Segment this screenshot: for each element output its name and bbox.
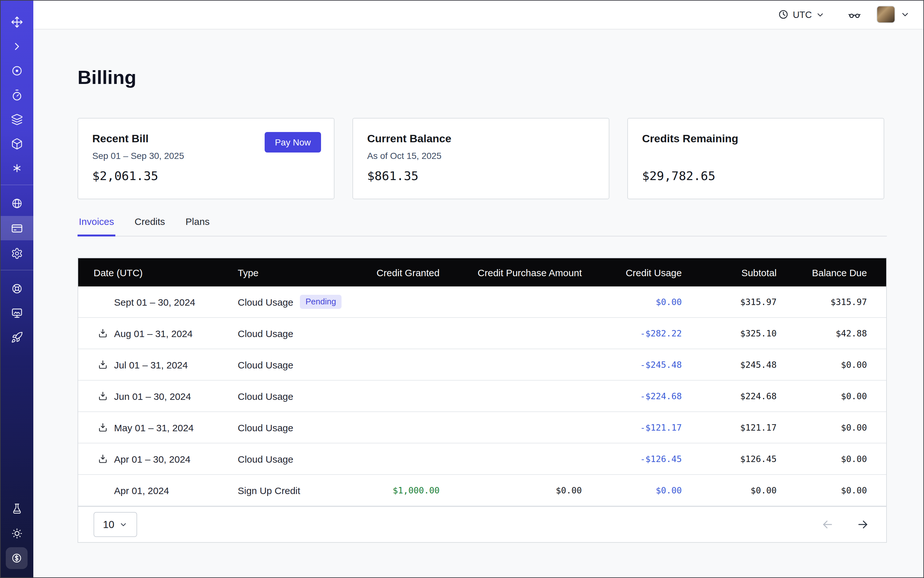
theme-toggle[interactable] (0, 521, 33, 545)
table-row: Aug 01 – 31, 2024 Cloud Usage -$282.22 $… (78, 318, 886, 349)
balance-due: $0.00 (793, 485, 886, 495)
arrow-left-icon (821, 518, 834, 531)
sidebar-item-instances[interactable] (0, 59, 33, 82)
col-date: Date (UTC) (78, 267, 222, 278)
sidebar-divider (0, 270, 33, 270)
table-row: May 01 – 31, 2024 Cloud Usage -$121.17 $… (78, 412, 886, 443)
balance-due: $42.88 (793, 328, 886, 338)
subtotal: $245.48 (698, 359, 793, 370)
table-row: Jun 01 – 30, 2024 Cloud Usage -$224.68 $… (78, 381, 886, 412)
dollar-coin-icon (11, 552, 23, 564)
sidebar-item-support[interactable] (0, 277, 33, 300)
table-row: Apr 01 – 30, 2024 Cloud Usage -$126.45 $… (78, 443, 886, 475)
download-invoice-button[interactable] (97, 328, 108, 339)
download-invoice-button[interactable] (97, 391, 108, 401)
col-type: Type (222, 267, 360, 278)
card-title: Current Balance (367, 133, 451, 146)
download-invoice-button[interactable] (97, 359, 108, 370)
chevron-down-icon (120, 520, 128, 529)
balance-due: $315.97 (793, 297, 886, 307)
timezone-selector[interactable]: UTC (778, 9, 825, 20)
tab-invoices[interactable]: Invoices (78, 216, 115, 237)
credits-shortcut[interactable] (6, 547, 28, 569)
page-title: Billing (78, 65, 887, 90)
glasses-icon (848, 8, 861, 21)
download-icon (97, 422, 108, 433)
chevron-down-icon (900, 10, 910, 19)
display-icon (11, 307, 23, 319)
credit-usage: $0.00 (599, 297, 698, 307)
invoice-date: Jun 01 – 30, 2024 (114, 391, 191, 401)
sidebar-item-network[interactable] (0, 192, 33, 215)
subtotal: $126.45 (698, 454, 793, 464)
download-invoice-button[interactable] (97, 422, 108, 433)
col-credit-usage: Credit Usage (599, 267, 698, 278)
download-invoice-button[interactable] (97, 453, 108, 464)
view-mode-button[interactable] (848, 8, 861, 21)
col-subtotal: Subtotal (698, 267, 793, 278)
invoice-type: Cloud Usage (238, 296, 293, 307)
lifebuoy-icon (11, 282, 23, 294)
invoice-date: May 01 – 31, 2024 (114, 422, 194, 433)
subtotal: $224.68 (698, 391, 793, 401)
arrow-right-icon (856, 518, 870, 531)
flask-icon (11, 503, 23, 515)
sidebar-item-billing[interactable] (0, 216, 33, 240)
sidebar-item-services[interactable] (0, 156, 33, 179)
pay-now-button[interactable]: Pay Now (265, 132, 321, 153)
download-icon (97, 391, 108, 401)
subtotal: $121.17 (698, 422, 793, 432)
layers-icon (11, 113, 23, 125)
credit-granted: $1,000.00 (360, 485, 456, 495)
next-page-button[interactable] (856, 518, 870, 531)
avatar[interactable] (877, 6, 895, 23)
sidebar-item-layers[interactable] (0, 108, 33, 131)
table-row: Jul 01 – 31, 2024 Cloud Usage -$245.48 $… (78, 349, 886, 381)
chevron-down-icon (816, 10, 825, 19)
tab-credits[interactable]: Credits (133, 216, 166, 237)
balance-due: $0.00 (793, 359, 886, 370)
subtotal: $315.97 (698, 297, 793, 307)
prev-page-button[interactable] (821, 518, 834, 531)
tab-plans[interactable]: Plans (184, 216, 211, 237)
sidebar-item-labs[interactable] (0, 497, 33, 520)
sidebar-item-containers[interactable] (0, 132, 33, 155)
sidebar-item-timer[interactable] (0, 83, 33, 106)
credit-usage: -$121.17 (599, 422, 698, 432)
invoice-type: Cloud Usage (238, 422, 293, 433)
topbar: UTC (33, 0, 924, 29)
current-balance-card: Current Balance As of Oct 15, 2025 $861.… (352, 118, 609, 199)
credits-remaining-card: Credits Remaining $29,782.65 (627, 118, 884, 199)
clock-icon (778, 9, 789, 20)
chevron-right-icon (11, 40, 23, 52)
page-size-value: 10 (103, 519, 114, 530)
subtotal: $0.00 (698, 485, 793, 495)
invoice-type: Sign Up Credit (238, 485, 300, 496)
download-placeholder (97, 296, 108, 307)
sidebar-item-deploy[interactable] (0, 326, 33, 349)
col-credit-granted: Credit Granted (360, 267, 456, 278)
credits-remaining-amount: $29,782.65 (642, 169, 715, 183)
account-menu-button[interactable] (900, 10, 910, 19)
timer-icon (11, 89, 23, 101)
sidebar-item-console[interactable] (0, 301, 33, 324)
col-balance-due: Balance Due (793, 267, 886, 278)
page-size-select[interactable]: 10 (94, 512, 137, 537)
sidebar-item-settings[interactable] (0, 242, 33, 265)
invoice-date: Sept 01 – 30, 2024 (114, 296, 195, 307)
table-row: Apr 01, 2024 Sign Up Credit $1,000.00 $0… (78, 475, 886, 506)
invoice-type: Cloud Usage (238, 453, 293, 464)
invoice-date: Aug 01 – 31, 2024 (114, 328, 193, 339)
asterisk-icon (11, 162, 23, 174)
timezone-label: UTC (792, 9, 812, 19)
invoice-date: Apr 01 – 30, 2024 (114, 453, 191, 464)
invoice-date: Jul 01 – 31, 2024 (114, 359, 188, 370)
table-header: Date (UTC) Type Credit Granted Credit Pu… (78, 258, 886, 286)
content: Billing Recent Bill Sep 01 – Sep 30, 202… (33, 29, 924, 578)
sidebar-collapse-button[interactable] (0, 35, 33, 58)
invoice-date: Apr 01, 2024 (114, 485, 169, 496)
download-icon (97, 328, 108, 339)
app-logo[interactable] (0, 10, 33, 33)
balance-due: $0.00 (793, 391, 886, 401)
invoice-type: Cloud Usage (238, 391, 293, 401)
